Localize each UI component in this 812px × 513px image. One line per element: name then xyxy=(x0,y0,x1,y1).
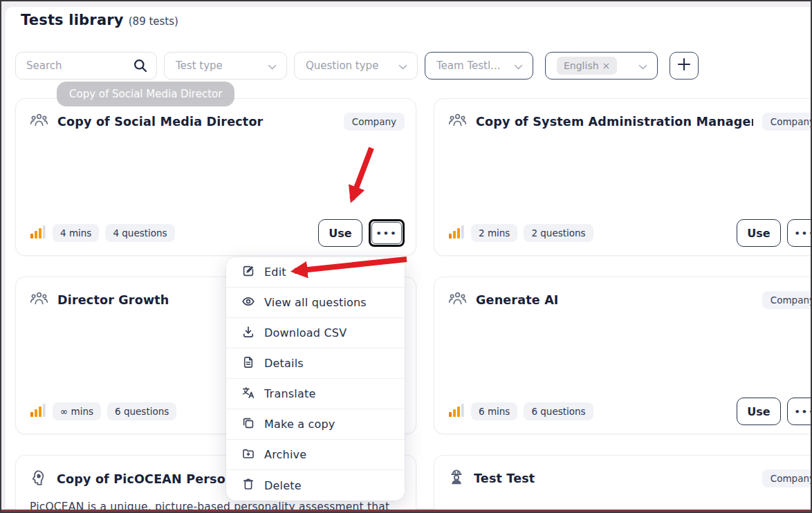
chevron-down-icon xyxy=(268,59,277,73)
company-badge: Company xyxy=(762,113,812,131)
group-icon xyxy=(30,112,48,131)
use-button[interactable]: Use xyxy=(737,219,781,247)
group-icon xyxy=(448,112,467,131)
team-dropdown[interactable]: Team Testl... xyxy=(425,52,533,80)
company-badge: Company xyxy=(762,469,812,487)
document-icon xyxy=(241,355,255,372)
menu-item-delete[interactable]: Delete xyxy=(226,470,405,501)
time-badge: 6 mins xyxy=(471,402,517,420)
language-chip[interactable]: English × xyxy=(557,57,617,75)
add-filter-button[interactable] xyxy=(670,52,699,80)
more-options-button[interactable]: ••• xyxy=(787,219,812,247)
chip-close-icon[interactable]: × xyxy=(602,60,611,71)
plus-icon xyxy=(676,57,692,75)
menu-item-download-csv[interactable]: Download CSV xyxy=(226,318,405,348)
bottom-window-edge xyxy=(1,510,811,512)
card-title: Copy of System Administration Manager xyxy=(476,115,753,129)
menu-item-translate[interactable]: Translate xyxy=(226,379,405,409)
questions-badge: 4 questions xyxy=(105,224,174,242)
test-card-copy-of-system-administration-manager[interactable]: Copy of System Administration Manager Co… xyxy=(434,98,812,256)
difficulty-bars-icon xyxy=(30,225,46,242)
time-badge: 2 mins xyxy=(471,224,517,242)
question-type-dropdown[interactable]: Question type xyxy=(294,52,418,80)
translate-icon xyxy=(241,386,255,402)
download-icon xyxy=(241,325,255,342)
page-title-text: Tests library xyxy=(21,12,124,28)
menu-item-view-all-questions[interactable]: View all questions xyxy=(226,288,405,318)
tests-count: (89 tests) xyxy=(129,15,178,28)
menu-item-label: Translate xyxy=(264,387,315,400)
app-window: Tests library(89 tests) Test type Questi… xyxy=(0,0,812,513)
difficulty-bars-icon xyxy=(448,225,465,242)
questions-badge: 6 questions xyxy=(107,402,176,420)
company-badge: Company xyxy=(344,113,405,131)
difficulty-bars-icon xyxy=(30,403,46,420)
language-chip-label: English xyxy=(564,60,599,71)
test-type-label: Test type xyxy=(176,59,223,72)
use-button[interactable]: Use xyxy=(737,398,781,425)
question-type-label: Question type xyxy=(306,59,378,72)
group-icon xyxy=(30,290,48,309)
questions-badge: 2 questions xyxy=(524,224,593,242)
search-icon[interactable] xyxy=(133,58,148,76)
copy-icon xyxy=(241,416,255,433)
eye-icon xyxy=(241,295,255,311)
team-label: Team Testl... xyxy=(436,59,500,72)
chevron-down-icon xyxy=(398,59,407,73)
menu-item-label: View all questions xyxy=(264,296,367,309)
card-title: Test Test xyxy=(474,472,753,485)
menu-item-label: Archive xyxy=(264,448,306,461)
card-context-menu: Edit View all questions Download CSV Det… xyxy=(226,257,405,501)
test-card-copy-of-social-media-director[interactable]: Copy of Social Media Director Company 4 … xyxy=(15,98,416,256)
questions-badge: 6 questions xyxy=(524,402,593,420)
menu-item-make-a-copy[interactable]: Make a copy xyxy=(226,409,405,440)
chevron-down-icon xyxy=(514,59,523,73)
menu-item-details[interactable]: Details xyxy=(226,348,405,379)
language-dropdown[interactable]: English × xyxy=(545,52,658,80)
card-title-tooltip: Copy of Social Media Director xyxy=(57,82,234,106)
difficulty-bars-icon xyxy=(448,403,465,420)
trash-icon xyxy=(241,477,255,494)
time-badge: ∞ mins xyxy=(53,402,101,420)
archive-icon xyxy=(241,447,255,463)
more-button-focus-ring: ••• xyxy=(369,219,405,247)
search-box[interactable] xyxy=(15,52,157,80)
time-badge: 4 mins xyxy=(53,224,99,242)
company-badge: Company xyxy=(762,291,812,309)
menu-item-archive[interactable]: Archive xyxy=(226,440,405,470)
menu-item-label: Delete xyxy=(264,479,302,492)
head-psychology-icon xyxy=(30,469,48,489)
menu-item-label: Edit xyxy=(264,265,286,279)
test-card-test-test[interactable]: Test Test Company xyxy=(434,455,812,513)
more-options-button[interactable]: ••• xyxy=(787,398,812,425)
test-type-dropdown[interactable]: Test type xyxy=(164,52,287,80)
card-title: Generate AI xyxy=(476,293,753,307)
menu-item-label: Make a copy xyxy=(264,418,335,431)
group-icon xyxy=(448,290,467,309)
more-options-button[interactable]: ••• xyxy=(371,222,402,244)
menu-item-edit[interactable]: Edit xyxy=(226,257,405,288)
card-title: Copy of Social Media Director xyxy=(57,115,335,129)
use-button[interactable]: Use xyxy=(318,219,362,247)
edit-icon xyxy=(241,264,255,281)
chevron-down-icon xyxy=(638,59,647,73)
worker-icon xyxy=(448,469,465,488)
test-card-generate-ai[interactable]: Generate AI Company 6 mins 6 questions U… xyxy=(434,277,812,434)
menu-item-label: Download CSV xyxy=(264,326,347,339)
menu-item-label: Details xyxy=(264,357,304,370)
page-title: Tests library(89 tests) xyxy=(21,12,178,28)
